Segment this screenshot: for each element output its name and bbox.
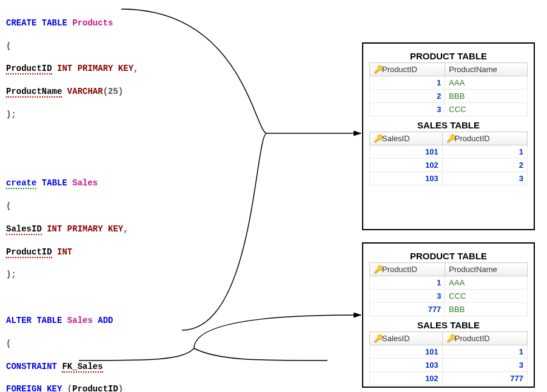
table-row: 1033 [370, 359, 528, 372]
product-table-title: PRODUCT TABLE [369, 51, 528, 61]
col-header: 🔑ProductID [370, 263, 445, 276]
table-row: 102777 [370, 372, 528, 385]
table-row: 1AAA [370, 276, 528, 290]
col-header: 🔑SalesID [370, 132, 443, 145]
key-icon: 🔑 [374, 334, 381, 343]
col-header: ProductName [445, 263, 528, 276]
col-header: 🔑ProductID [442, 332, 527, 345]
col-header: 🔑ProductID [370, 63, 445, 76]
table-row: 2BBB [370, 90, 528, 103]
sales-table-before: 🔑SalesID 🔑ProductID 1011 1022 1033 [369, 131, 528, 185]
table-row: 777BBB [370, 303, 528, 316]
key-icon: 🔑 [446, 334, 454, 343]
col-header: 🔑ProductID [442, 132, 527, 145]
product-table-before: 🔑ProductID ProductName 1AAA 2BBB 3CCC [369, 62, 528, 116]
after-results-panel: PRODUCT TABLE 🔑ProductID ProductName 1AA… [362, 242, 535, 388]
sales-table-title: SALES TABLE [369, 320, 528, 330]
key-icon: 🔑 [374, 134, 381, 143]
product-table-after: 🔑ProductID ProductName 1AAA 3CCC 777BBB [369, 262, 528, 316]
sales-table-title: SALES TABLE [369, 120, 528, 130]
table-row: 1AAA [370, 76, 528, 90]
sales-table-after: 🔑SalesID 🔑ProductID 1011 1033 102777 [369, 331, 528, 385]
key-icon: 🔑 [374, 65, 381, 74]
sql-code-block: CREATE TABLE Products ( ProductID INT PR… [6, 6, 346, 392]
table-row: 3CCC [370, 290, 528, 303]
table-row: 1033 [370, 172, 528, 185]
table-row: 1022 [370, 159, 528, 172]
col-header: ProductName [445, 63, 528, 76]
product-table-title: PRODUCT TABLE [369, 251, 528, 261]
table-row: 3CCC [370, 103, 528, 116]
table-row: 1011 [370, 345, 528, 359]
col-header: 🔑SalesID [370, 332, 443, 345]
before-results-panel: PRODUCT TABLE 🔑ProductID ProductName 1AA… [362, 42, 535, 230]
key-icon: 🔑 [374, 265, 381, 274]
table-row: 1011 [370, 145, 528, 159]
key-icon: 🔑 [446, 134, 454, 143]
